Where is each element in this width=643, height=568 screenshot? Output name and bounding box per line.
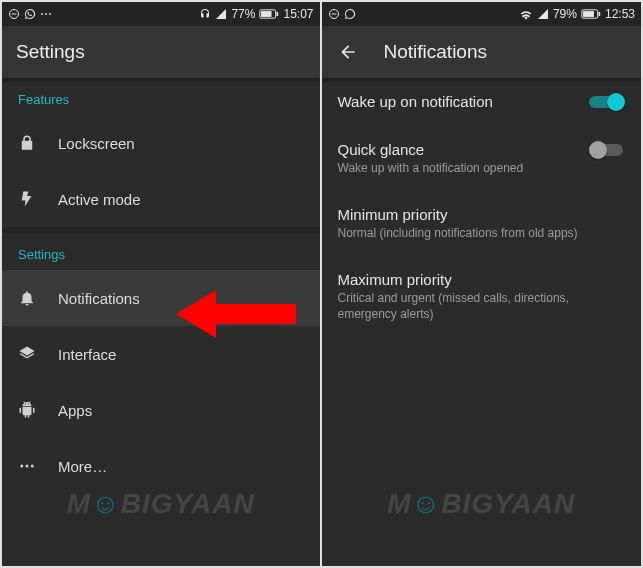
lock-icon xyxy=(18,134,58,152)
svg-rect-12 xyxy=(583,11,594,17)
battery-icon xyxy=(581,9,601,19)
row-active-mode[interactable]: Active mode xyxy=(2,171,320,227)
row-label: Notifications xyxy=(58,290,140,307)
row-label: Apps xyxy=(58,402,92,419)
row-apps[interactable]: Apps xyxy=(2,382,320,438)
row-label: Interface xyxy=(58,346,116,363)
pref-title: Minimum priority xyxy=(338,205,614,225)
page-title: Settings xyxy=(16,41,85,63)
watermark: M☺BIGYAAN xyxy=(387,488,575,520)
svg-rect-3 xyxy=(262,11,272,17)
row-interface[interactable]: Interface xyxy=(2,326,320,382)
pref-subtitle: Wake up with a notification opened xyxy=(338,161,578,177)
pref-title: Wake up on notification xyxy=(338,92,578,112)
battery-pct: 79% xyxy=(553,7,577,21)
pref-subtitle: Normal (including notifications from old… xyxy=(338,226,614,242)
wifi-icon xyxy=(519,8,533,20)
status-bar: ⋯ 77% 15:07 xyxy=(2,2,320,26)
svg-rect-1 xyxy=(12,14,17,15)
more-notifications-icon: ⋯ xyxy=(40,7,53,21)
screen-settings: ⋯ 77% 15:07 Settings Features xyxy=(2,2,322,566)
pref-subtitle: Critical and urgent (missed calls, direc… xyxy=(338,291,614,322)
clock: 12:53 xyxy=(605,7,635,21)
battery-pct: 77% xyxy=(231,7,255,21)
pref-wake-on-notification[interactable]: Wake up on notification xyxy=(322,78,642,126)
pref-title: Quick glance xyxy=(338,140,578,160)
svg-point-5 xyxy=(20,465,23,468)
toggle-glance[interactable] xyxy=(589,141,625,159)
whatsapp-icon xyxy=(24,8,36,20)
pref-title: Maximum priority xyxy=(338,270,614,290)
do-not-disturb-icon xyxy=(328,8,340,20)
screen-notifications: 79% 12:53 Notifications Wake up on notif… xyxy=(322,2,642,566)
svg-rect-10 xyxy=(331,14,336,15)
more-icon xyxy=(18,457,58,475)
section-header-settings: Settings xyxy=(2,233,320,270)
headset-icon xyxy=(199,8,211,20)
svg-rect-13 xyxy=(598,12,600,16)
svg-point-6 xyxy=(26,465,29,468)
svg-point-7 xyxy=(31,465,34,468)
pref-quick-glance[interactable]: Quick glance Wake up with a notification… xyxy=(322,126,642,191)
layers-icon xyxy=(18,345,58,363)
back-button[interactable] xyxy=(336,40,360,64)
pref-maximum-priority[interactable]: Maximum priority Critical and urgent (mi… xyxy=(322,256,642,337)
status-bar: 79% 12:53 xyxy=(322,2,642,26)
header-bar: Settings xyxy=(2,26,320,78)
do-not-disturb-icon xyxy=(8,8,20,20)
row-notifications[interactable]: Notifications xyxy=(2,270,320,326)
android-icon xyxy=(18,401,58,419)
signal-icon xyxy=(537,8,549,20)
clock: 15:07 xyxy=(283,7,313,21)
signal-icon xyxy=(215,8,227,20)
battery-icon xyxy=(259,9,279,19)
row-lockscreen[interactable]: Lockscreen xyxy=(2,115,320,171)
row-label: More… xyxy=(58,458,107,475)
pref-minimum-priority[interactable]: Minimum priority Normal (including notif… xyxy=(322,191,642,256)
row-more[interactable]: More… xyxy=(2,438,320,494)
row-label: Lockscreen xyxy=(58,135,135,152)
svg-rect-4 xyxy=(277,12,279,16)
page-title: Notifications xyxy=(384,41,488,63)
whatsapp-icon xyxy=(344,8,356,20)
section-header-features: Features xyxy=(2,78,320,115)
row-label: Active mode xyxy=(58,191,141,208)
header-bar: Notifications xyxy=(322,26,642,78)
bolt-icon xyxy=(18,190,58,208)
bell-icon xyxy=(18,289,58,307)
toggle-wake[interactable] xyxy=(589,93,625,111)
